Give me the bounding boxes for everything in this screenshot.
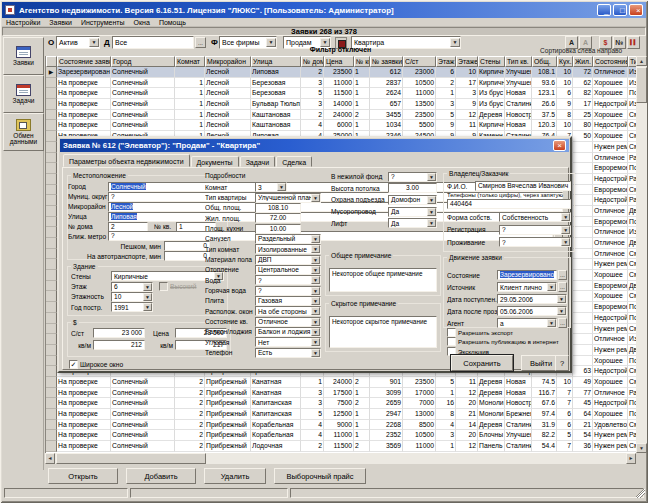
table-row[interactable]: На проверкеСолнечный2ПрибрежныйЛодочная2… [46, 441, 636, 452]
bathroom-combo[interactable]: Раздельный▼ [255, 234, 321, 244]
vertical-scrollbar[interactable]: ▲ ▼ [636, 56, 647, 453]
column-header-5[interactable]: Улица [251, 56, 301, 67]
agent-ellipsis-button[interactable]: ... [558, 318, 567, 328]
rooms-combo[interactable]: 3▼ [255, 182, 287, 192]
elevator-combo[interactable]: Да▼ [388, 218, 437, 228]
garbage-chute-combo[interactable]: Да▼ [388, 207, 437, 217]
column-header-4[interactable]: Микрорайон [205, 56, 251, 67]
cost-per-m-input[interactable]: 212 [93, 340, 145, 350]
dropdown-arrow-icon[interactable]: ▼ [143, 293, 152, 301]
minimize-button[interactable]: _ [597, 4, 611, 16]
flat-type-combo[interactable]: Улучшенной планиров▼ [255, 193, 321, 203]
dropdown-arrow-icon[interactable]: ▼ [143, 283, 152, 291]
footer-button-1[interactable]: Открыть [48, 468, 118, 484]
column-header-12[interactable]: Этажей [456, 56, 478, 67]
hidden-note-text[interactable]: Некоторое скрытое примечание [329, 316, 437, 348]
scroll-down-icon[interactable]: ▼ [636, 443, 647, 453]
column-header-6[interactable]: № дома [301, 56, 324, 67]
table-row[interactable]: На проверкеСолнечный1ЛеснойКаштановая224… [46, 110, 636, 121]
ownership-form-combo[interactable]: Собственность▼ [499, 212, 571, 222]
vertical-scroll-thumb[interactable] [636, 67, 647, 103]
close-button[interactable]: × [629, 4, 643, 16]
status-input[interactable]: Зарезервировано [497, 270, 557, 280]
dropdown-arrow-icon[interactable]: ▼ [547, 283, 556, 291]
scroll-left-icon[interactable]: ◄ [45, 453, 55, 464]
tab-1[interactable]: Параметры объекта недвижимости [63, 154, 190, 167]
dialog-close-button[interactable]: × [553, 140, 566, 151]
dialog-help-button[interactable]: ? [555, 355, 569, 371]
menu-item-1[interactable]: Настройки [6, 19, 40, 26]
heating-combo[interactable]: Центральное▼ [255, 265, 321, 275]
column-header-3[interactable]: Комнат [175, 56, 205, 67]
dropdown-arrow-icon[interactable]: ▼ [557, 307, 566, 315]
dropdown-arrow-icon[interactable]: ▼ [311, 338, 320, 346]
wide-window-checkbox-row[interactable]: ✓ Широкое окно [69, 360, 123, 369]
non-residential-combo[interactable]: ?▼ [388, 172, 437, 182]
footer-button-4[interactable]: Выборочный прайс [274, 468, 366, 484]
total-area-input[interactable]: 108.10 [255, 203, 301, 213]
tab-2[interactable]: Документы [191, 156, 239, 167]
sidebar-item-2[interactable]: Задачи [3, 75, 44, 113]
residing-combo[interactable]: ?▼ [499, 237, 571, 247]
sidebar-item-3[interactable]: Обмен данными [3, 113, 44, 151]
maximize-button[interactable]: □ [613, 4, 627, 16]
column-header-15[interactable]: Общ. [532, 56, 557, 67]
general-note-text[interactable]: Некоторое общее примечание [329, 268, 437, 292]
save-button[interactable]: Сохранить [451, 355, 513, 371]
sidebar-item-1[interactable]: Заявки [3, 37, 44, 75]
hot-water-combo[interactable]: ?▼ [255, 286, 321, 296]
dropdown-arrow-icon[interactable]: ▼ [311, 266, 320, 274]
entrance-security-combo[interactable]: Домофон▼ [388, 195, 437, 205]
column-header-11[interactable]: Этаж [436, 56, 456, 67]
house-number-input[interactable]: 2 [108, 222, 148, 232]
allow-export-checkbox[interactable] [447, 328, 456, 337]
walk-minutes-input[interactable]: 0 [164, 241, 210, 251]
column-header-16[interactable]: Кух. [557, 56, 573, 67]
dropdown-arrow-icon[interactable]: ▼ [561, 226, 570, 234]
ceiling-height-input[interactable]: 3.00 [388, 183, 437, 193]
dropdown-arrow-icon[interactable]: ▼ [427, 208, 436, 216]
resize-grip[interactable] [636, 489, 645, 498]
table-row[interactable]: На проверкеСолнечный1ЛеснойБульвар Тюльп… [46, 99, 636, 110]
menu-item-5[interactable]: Помощь [159, 19, 186, 26]
dropdown-arrow-icon[interactable]: ▼ [561, 213, 570, 221]
allow-internet-publish-checkbox[interactable] [447, 337, 456, 346]
column-header-18[interactable]: Состояние кв. [593, 56, 628, 67]
horizontal-scrollbar[interactable]: ◄ ► [45, 453, 636, 464]
column-header-10[interactable]: С/ст [403, 56, 436, 67]
dropdown-arrow-icon[interactable]: ▼ [277, 183, 286, 191]
flat-condition-combo[interactable]: Отличное▼ [255, 317, 321, 327]
living-area-input[interactable]: 72.00 [255, 213, 301, 223]
floor-material-combo[interactable]: ДВП▼ [255, 255, 321, 265]
column-header-1[interactable]: Состояние заявки [57, 56, 111, 67]
footer-button-3[interactable]: Удалить [204, 468, 266, 484]
table-row[interactable]: На проверкеСолнечный2ПрибрежныйКанатная1… [46, 377, 636, 388]
tab-3[interactable]: Задачи [240, 156, 276, 167]
column-header-8[interactable]: № кв. [354, 56, 370, 67]
column-header-19[interactable]: Тип ко [628, 56, 636, 67]
menu-item-2[interactable]: Заявки [49, 19, 72, 26]
cost-input[interactable]: 23 000 [93, 328, 145, 338]
table-row[interactable]: На проверкеСолнечный2ПрибрежныйКапитанск… [46, 409, 636, 420]
dropdown-arrow-icon[interactable]: ▼ [311, 245, 320, 253]
table-row[interactable]: На проверкеСолнечный1ЛеснойБерезовая5115… [46, 88, 636, 99]
dropdown-arrow-icon[interactable]: ▼ [143, 303, 152, 311]
floors-count-combo[interactable]: 10▼ [111, 292, 153, 302]
dropdown-arrow-icon[interactable]: ▼ [311, 318, 320, 326]
registration-combo[interactable]: ?▼ [499, 225, 571, 235]
stove-combo[interactable]: Газовая▼ [255, 296, 321, 306]
dropdown-arrow-icon[interactable]: ▼ [311, 235, 320, 243]
dropdown-arrow-icon[interactable]: ▼ [311, 287, 320, 295]
footer-button-2[interactable]: Добавить [126, 468, 196, 484]
dropdown-arrow-icon[interactable]: ▼ [311, 256, 320, 264]
date-received-combo[interactable]: 29.05.2006▼ [497, 294, 567, 304]
phones-input[interactable]: 440464 [447, 199, 571, 209]
table-row[interactable]: На проверкеСолнечный1ЛеснойБерезовая3110… [46, 78, 636, 89]
dropdown-arrow-icon[interactable]: ▼ [427, 219, 436, 227]
tab-4[interactable]: Сделка [276, 156, 312, 167]
transport-minutes-input[interactable]: 0 [164, 251, 210, 261]
column-header-9[interactable]: № заявки [370, 56, 403, 67]
column-header-14[interactable]: Тип кв. [505, 56, 532, 67]
balcony-combo[interactable]: Балкон и лоджия▼ [255, 327, 321, 337]
windows-position-combo[interactable]: На обе стороны▼ [255, 306, 321, 316]
